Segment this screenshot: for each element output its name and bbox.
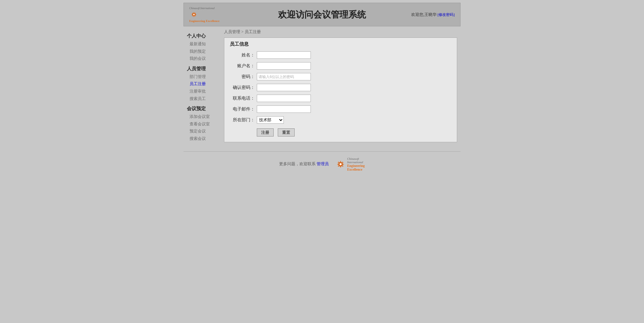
form-row-password: 密码： <box>230 73 451 80</box>
sidebar-section-meeting: 会议预定 <box>187 106 221 112</box>
submit-button[interactable]: 注册 <box>257 128 274 136</box>
breadcrumb-separator: > <box>241 29 245 34</box>
content-area: 人员管理 > 员工注册 员工信息 姓名： 账户名： <box>221 26 461 146</box>
label-confirm-password: 确认密码： <box>230 84 257 91</box>
sidebar-item-view-rooms[interactable]: 查看会议室 <box>187 121 221 128</box>
label-username: 账户名： <box>230 63 257 69</box>
svg-point-11 <box>340 163 342 165</box>
input-email[interactable] <box>257 105 311 113</box>
footer-text-content: 更多问题，欢迎联系 <box>279 162 316 166</box>
header: Chinasoft International Engineering Exce… <box>183 3 461 26</box>
form-row-email: 电子邮件： <box>230 105 451 113</box>
sidebar-item-add-room[interactable]: 添加会议室 <box>187 113 221 121</box>
sidebar-item-register-approval[interactable]: 注册审批 <box>187 88 221 95</box>
label-name: 姓名： <box>230 52 257 58</box>
form-row-phone: 联系电话： <box>230 95 451 102</box>
sidebar-item-search-employee[interactable]: 搜索员工 <box>187 95 221 103</box>
svg-rect-13 <box>340 166 341 168</box>
footer-gear-icon <box>336 159 346 169</box>
footer-logo-engineering: Engineering <box>347 164 365 168</box>
form-row-username: 账户名： <box>230 62 451 70</box>
footer: 更多问题，欢迎联系 管理员 Chinasoft <box>183 152 461 178</box>
input-username[interactable] <box>257 62 311 70</box>
breadcrumb-current: 员工注册 <box>245 29 261 34</box>
form-buttons: 注册 重置 <box>230 128 451 136</box>
footer-logo-international: International <box>347 160 365 164</box>
sidebar-item-search-meeting[interactable]: 搜索会议 <box>187 135 221 143</box>
sidebar-item-my-bookings[interactable]: 我的预定 <box>187 48 221 55</box>
logo-text-top: Chinasoft International <box>189 7 215 10</box>
input-phone[interactable] <box>257 95 311 102</box>
svg-rect-5 <box>195 14 196 15</box>
main-layout: 个人中心 最新通知 我的预定 我的会议 人员管理 部门管理 员工注册 注册审批 … <box>183 26 461 146</box>
sidebar-item-dept-management[interactable]: 部门管理 <box>187 73 221 81</box>
footer-text: 更多问题，欢迎联系 管理员 <box>279 161 329 167</box>
breadcrumb: 人员管理 > 员工注册 <box>224 29 457 35</box>
header-user: 欢迎您,王晓华 [修改密码] <box>411 12 455 18</box>
footer-logo-chinasoft: Chinasoft <box>347 157 365 160</box>
footer-admin-link[interactable]: 管理员 <box>317 162 329 166</box>
input-name[interactable] <box>257 51 311 59</box>
change-password-link[interactable]: [修改密码] <box>438 13 455 17</box>
gear-icon <box>189 10 199 19</box>
form-row-name: 姓名： <box>230 51 451 59</box>
sidebar-item-notifications[interactable]: 最新通知 <box>187 41 221 48</box>
footer-logo: Chinasoft International Engineering Exce… <box>336 157 365 171</box>
svg-rect-14 <box>338 164 339 164</box>
breadcrumb-parent[interactable]: 人员管理 <box>224 29 240 34</box>
sidebar-item-book-meeting[interactable]: 预定会议 <box>187 128 221 135</box>
sidebar-section-personal: 个人中心 <box>187 33 221 39</box>
svg-rect-4 <box>192 14 193 15</box>
svg-point-1 <box>193 14 195 15</box>
user-greeting: 欢迎您,王晓华 <box>411 12 437 17</box>
footer-logo-excellence: Excellence <box>347 168 365 171</box>
sidebar: 个人中心 最新通知 我的预定 我的会议 人员管理 部门管理 员工注册 注册审批 … <box>183 26 221 146</box>
svg-rect-2 <box>194 12 194 13</box>
form-panel: 员工信息 姓名： 账户名： 密码： 确认密码： <box>224 38 457 142</box>
logo-text-bottom: Engineering Excellence <box>189 19 220 23</box>
form-row-confirm-password: 确认密码： <box>230 84 451 91</box>
logo-area: Chinasoft International Engineering Exce… <box>189 7 220 23</box>
page-title: 欢迎访问会议管理系统 <box>278 9 366 21</box>
svg-rect-3 <box>194 16 194 17</box>
label-password: 密码： <box>230 74 257 80</box>
select-department[interactable]: 技术部 销售部 行政部 财务部 <box>257 116 284 124</box>
input-password[interactable] <box>257 73 311 80</box>
sidebar-section-hr: 人员管理 <box>187 66 221 72</box>
form-row-department: 所在部门： 技术部 销售部 行政部 财务部 <box>230 116 451 124</box>
svg-rect-12 <box>340 161 341 162</box>
form-panel-title: 员工信息 <box>230 41 451 47</box>
label-department: 所在部门： <box>230 117 257 123</box>
sidebar-item-my-meetings[interactable]: 我的会议 <box>187 55 221 63</box>
label-email: 电子邮件： <box>230 106 257 112</box>
svg-rect-15 <box>343 164 344 164</box>
header-logo: Chinasoft International Engineering Exce… <box>189 7 220 23</box>
input-confirm-password[interactable] <box>257 84 311 91</box>
sidebar-item-employee-register[interactable]: 员工注册 <box>187 80 221 88</box>
label-phone: 联系电话： <box>230 95 257 101</box>
reset-button[interactable]: 重置 <box>278 128 295 136</box>
